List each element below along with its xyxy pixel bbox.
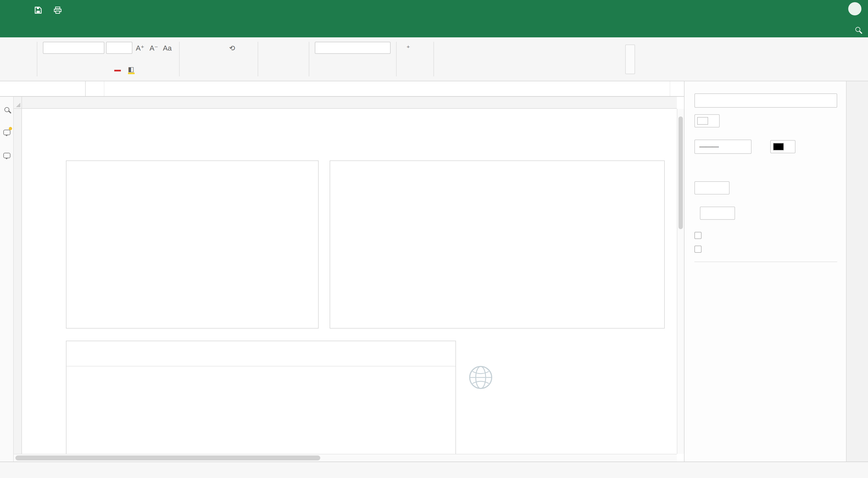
underline-button[interactable]	[70, 64, 83, 77]
comments-icon[interactable]	[2, 127, 11, 137]
column-headers	[22, 97, 677, 109]
spellcheck-icon[interactable]	[2, 174, 11, 183]
sort-ascending-button[interactable]	[277, 41, 289, 54]
borders-button[interactable]	[139, 64, 151, 77]
wrap-text-button[interactable]	[240, 41, 252, 54]
menu-tab-bar	[0, 20, 868, 37]
ribbon-toolbar: A⁺ A⁻ Aa ◧ ⟲	[0, 37, 868, 81]
font-name-select[interactable]	[43, 42, 104, 54]
status-bar	[0, 461, 868, 478]
bold-button[interactable]	[43, 64, 55, 77]
spreadsheet-app: A⁺ A⁻ Aa ◧ ⟲	[0, 0, 868, 478]
subscript-button[interactable]	[98, 64, 110, 77]
horizontal-scroll-thumb[interactable]	[16, 455, 320, 460]
about-icon[interactable]	[2, 197, 11, 207]
sort-descending-button[interactable]	[291, 41, 303, 54]
formula-bar	[0, 81, 684, 97]
horizontal-scrollbar[interactable]	[14, 454, 677, 461]
currency-style-button[interactable]	[329, 64, 341, 77]
cut-button[interactable]	[19, 41, 31, 54]
bar-chart[interactable]	[66, 341, 456, 454]
insert-cells-button[interactable]: ⁺	[402, 41, 414, 54]
text-orientation-button[interactable]: ⟲	[226, 41, 239, 54]
italic-button[interactable]	[57, 64, 69, 77]
copy-style-button[interactable]	[19, 64, 31, 77]
formula-bar-expand-button[interactable]	[670, 81, 684, 96]
first-sheet-button[interactable]	[0, 462, 14, 478]
fit-width-checkbox[interactable]	[694, 246, 702, 253]
vertical-scrollbar[interactable]	[677, 109, 684, 454]
wrap-text-checkbox[interactable]	[694, 232, 702, 239]
align-center-button[interactable]	[199, 64, 211, 77]
justify-button[interactable]	[226, 64, 239, 77]
worksheet-area	[14, 97, 684, 461]
border-color-select[interactable]	[770, 140, 796, 153]
insert-function-button[interactable]	[86, 81, 104, 96]
fill-type-select[interactable]	[694, 93, 837, 108]
decrease-decimal-button[interactable]	[342, 64, 354, 77]
indent-button[interactable]	[264, 64, 276, 77]
fill-color-button[interactable]: ◧	[125, 64, 137, 77]
autosum-button[interactable]	[264, 41, 276, 54]
row-headers	[14, 109, 22, 454]
cell-name-box[interactable]	[31, 81, 86, 96]
change-case-button[interactable]: Aa	[161, 41, 174, 54]
align-top-button[interactable]	[185, 41, 197, 54]
donut-chart[interactable]	[66, 160, 319, 329]
vertical-scroll-thumb[interactable]	[679, 117, 683, 229]
area-plot	[361, 193, 550, 305]
area-chart[interactable]	[330, 160, 665, 329]
percent-style-button[interactable]	[315, 64, 327, 77]
copy-button[interactable]	[5, 64, 18, 77]
title-bar	[0, 0, 868, 20]
sheet-list-button[interactable]	[43, 462, 57, 478]
data-attribution	[468, 352, 649, 392]
user-avatar[interactable]	[848, 2, 861, 16]
indent-spinner[interactable]	[694, 181, 730, 195]
bar-plot	[66, 366, 456, 454]
number-format-select[interactable]	[315, 42, 391, 54]
sheet-canvas[interactable]	[22, 109, 677, 454]
find-icon[interactable]	[2, 104, 11, 114]
feedback-icon[interactable]	[2, 151, 11, 160]
right-panel-strip	[846, 81, 868, 461]
filter-button[interactable]	[277, 64, 289, 77]
align-middle-button[interactable]	[199, 41, 211, 54]
cell-settings-panel: ———	[684, 81, 846, 461]
delete-cells-button[interactable]	[402, 64, 414, 77]
select-all-corner[interactable]	[14, 97, 22, 109]
irena-globe-icon	[468, 365, 493, 392]
search-icon[interactable]	[856, 24, 860, 34]
paste-button[interactable]	[5, 41, 18, 54]
style-gallery-expand-button[interactable]	[625, 44, 635, 74]
strikethrough-button[interactable]	[84, 64, 96, 77]
font-color-button[interactable]	[112, 64, 124, 77]
fit-width-checkbox-row	[694, 246, 837, 253]
left-toolbar-strip	[0, 97, 14, 461]
save-button[interactable]	[32, 6, 44, 13]
clear-button[interactable]	[416, 41, 428, 54]
fill-color-select[interactable]	[694, 114, 720, 127]
increase-decimal-button[interactable]	[356, 64, 368, 77]
align-right-button[interactable]	[213, 64, 225, 77]
print-button[interactable]	[52, 6, 64, 13]
align-left-button[interactable]	[185, 64, 197, 77]
align-bottom-button[interactable]	[213, 41, 225, 54]
add-sheet-button[interactable]	[29, 462, 43, 478]
angle-spinner[interactable]	[700, 207, 735, 220]
next-sheet-button[interactable]	[14, 462, 29, 478]
font-size-select[interactable]	[106, 42, 132, 54]
format-as-table-button[interactable]	[416, 64, 428, 77]
formula-input[interactable]	[104, 81, 670, 96]
increase-font-button[interactable]: A⁺	[134, 41, 146, 54]
clear-filter-button[interactable]	[291, 64, 303, 77]
wrap-text-checkbox-row	[694, 232, 837, 239]
border-line-style-select[interactable]: ———	[694, 140, 751, 154]
merge-cells-button[interactable]	[240, 64, 252, 77]
decrease-font-button[interactable]: A⁻	[148, 41, 160, 54]
conditional-formatting-button[interactable]	[694, 262, 837, 270]
